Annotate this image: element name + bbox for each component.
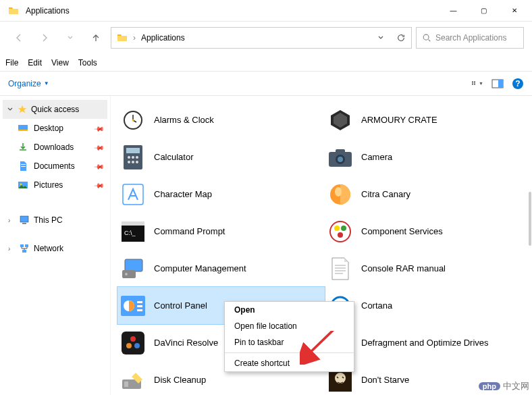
svg-point-33 xyxy=(338,157,343,162)
folder-icon xyxy=(8,5,19,16)
svg-rect-63 xyxy=(124,381,128,387)
up-button[interactable] xyxy=(85,27,107,49)
davinci-resolve-icon xyxy=(120,330,146,356)
chevron-down-icon xyxy=(7,106,14,113)
search-icon xyxy=(422,33,431,43)
chevron-right-icon: › xyxy=(8,217,15,224)
sidebar: Quick access Desktop 📌 Downloads 📌 Docum… xyxy=(0,96,111,395)
svg-point-40 xyxy=(330,221,350,242)
refresh-icon[interactable] xyxy=(396,33,406,43)
svg-point-65 xyxy=(335,373,346,384)
desktop-icon xyxy=(18,123,28,134)
scrollbar[interactable] xyxy=(529,192,531,246)
menubar: File Edit View Tools xyxy=(0,54,532,72)
pin-icon: 📌 xyxy=(94,180,105,190)
app-item[interactable]: Calculator xyxy=(117,138,325,176)
context-menu-pin-taskbar[interactable]: Pin to taskbar xyxy=(225,334,354,350)
view-options-button[interactable]: ▼ xyxy=(471,78,483,90)
close-button[interactable]: ✕ xyxy=(499,1,529,21)
svg-point-27 xyxy=(128,161,130,163)
camera-icon xyxy=(327,144,353,170)
network-icon xyxy=(19,243,30,254)
documents-icon xyxy=(18,161,28,172)
svg-rect-4 xyxy=(474,83,475,84)
svg-point-46 xyxy=(125,273,128,275)
alarms-clock-icon xyxy=(120,107,146,133)
chevron-right-icon: › xyxy=(8,245,15,253)
svg-point-56 xyxy=(126,343,132,348)
window-title: Applications xyxy=(26,6,438,16)
sidebar-item-documents[interactable]: Documents 📌 xyxy=(3,157,107,176)
app-item[interactable]: ARMOURY CRATE xyxy=(325,101,532,138)
svg-text:C:\_: C:\_ xyxy=(124,230,136,236)
svg-point-41 xyxy=(334,226,340,231)
sidebar-item-network[interactable]: › Network xyxy=(3,239,107,258)
menu-file[interactable]: File xyxy=(5,58,18,68)
recent-dropdown[interactable] xyxy=(59,27,81,49)
pin-icon: 📌 xyxy=(94,161,105,172)
search-placeholder: Search Applications xyxy=(435,33,506,43)
watermark: php 中文网 xyxy=(479,380,529,392)
app-item[interactable]: Character Map xyxy=(117,176,325,213)
svg-point-29 xyxy=(136,161,138,163)
svg-rect-14 xyxy=(22,223,26,224)
svg-rect-3 xyxy=(472,83,473,84)
svg-rect-50 xyxy=(137,305,142,307)
document-icon xyxy=(327,256,353,282)
computer-management-icon xyxy=(120,256,146,282)
menu-view[interactable]: View xyxy=(51,58,69,68)
toolbar: Organize ▼ ▼ ? xyxy=(0,72,532,96)
app-item[interactable]: Alarms & Clock xyxy=(117,101,325,138)
app-item[interactable]: Component Services xyxy=(325,213,532,250)
svg-rect-23 xyxy=(126,148,140,153)
svg-rect-6 xyxy=(498,80,503,88)
command-prompt-icon: C:\_ xyxy=(120,219,146,244)
svg-point-43 xyxy=(338,232,343,238)
svg-rect-2 xyxy=(474,81,475,82)
svg-point-36 xyxy=(335,187,342,196)
menu-edit[interactable]: Edit xyxy=(28,58,42,68)
app-item[interactable]: Defragment and Optimize Drives xyxy=(325,324,532,361)
svg-rect-16 xyxy=(25,244,28,247)
forward-button[interactable] xyxy=(34,27,55,49)
sidebar-item-pictures[interactable]: Pictures 📌 xyxy=(3,176,107,194)
preview-pane-button[interactable] xyxy=(491,78,504,90)
app-item[interactable]: Computer Management xyxy=(117,250,325,287)
app-item[interactable]: C:\_ Command Prompt xyxy=(117,213,325,250)
context-menu-open-location[interactable]: Open file location xyxy=(225,318,354,334)
context-menu-open[interactable]: Open xyxy=(225,302,354,318)
quick-access-header[interactable]: Quick access xyxy=(3,100,107,119)
armoury-crate-icon xyxy=(327,107,353,133)
disk-cleanup-icon xyxy=(120,367,146,393)
sidebar-item-downloads[interactable]: Downloads 📌 xyxy=(3,138,107,157)
sidebar-item-desktop[interactable]: Desktop 📌 xyxy=(3,119,107,138)
app-item[interactable]: Cortana xyxy=(325,287,532,324)
menu-tools[interactable]: Tools xyxy=(78,58,97,68)
sidebar-item-this-pc[interactable]: › This PC xyxy=(3,211,107,230)
address-text: Applications xyxy=(141,33,185,43)
context-menu-create-shortcut[interactable]: Create shortcut xyxy=(225,355,354,371)
chevron-down-icon[interactable] xyxy=(377,34,384,41)
svg-rect-13 xyxy=(20,216,28,222)
svg-rect-38 xyxy=(122,221,144,226)
pictures-icon xyxy=(18,180,28,190)
svg-rect-17 xyxy=(22,250,26,253)
folder-icon xyxy=(117,32,128,43)
search-input[interactable]: Search Applications xyxy=(416,27,524,49)
back-button[interactable] xyxy=(8,27,30,49)
organize-dropdown[interactable]: Organize ▼ xyxy=(8,79,49,88)
help-button[interactable]: ? xyxy=(512,78,524,90)
maximize-button[interactable]: ▢ xyxy=(469,1,499,21)
php-logo: php xyxy=(479,382,500,390)
app-item[interactable]: Camera xyxy=(325,138,532,176)
svg-point-28 xyxy=(132,161,134,163)
minimize-button[interactable]: — xyxy=(438,1,469,21)
svg-rect-45 xyxy=(122,270,136,278)
address-bar[interactable]: › Applications xyxy=(111,27,412,49)
svg-rect-15 xyxy=(20,244,24,247)
app-item[interactable]: Citra Canary xyxy=(325,176,532,213)
app-item[interactable]: Console RAR manual xyxy=(325,250,532,287)
svg-point-55 xyxy=(130,336,136,342)
calculator-icon xyxy=(120,144,146,170)
svg-rect-54 xyxy=(122,332,144,354)
